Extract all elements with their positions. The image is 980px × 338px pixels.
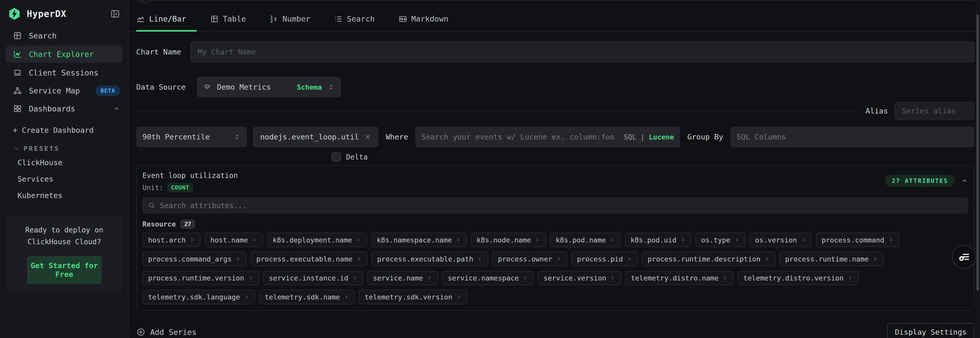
- add-series-button[interactable]: Add Series: [136, 327, 197, 337]
- attribute-chip-host-arch[interactable]: host.arch: [142, 233, 200, 247]
- attribute-chip-process-runtime-description[interactable]: process.runtime.description: [642, 252, 775, 266]
- chevron-right-icon: [609, 237, 615, 243]
- chevron-right-icon: [344, 294, 349, 300]
- group-by-label: Group By: [686, 127, 724, 147]
- plus-circle-icon: [136, 327, 145, 337]
- tab-label: Markdown: [411, 14, 449, 23]
- attribute-chip-telemetry-distro-name[interactable]: telemetry.distro.name: [625, 271, 733, 285]
- presets-section-toggle[interactable]: PRESETS: [13, 145, 120, 152]
- grid-search-icon: [13, 31, 22, 40]
- data-source-row: Data Source Demo Metrics Schema: [136, 77, 974, 97]
- chevron-right-icon: [556, 256, 562, 262]
- resource-group-label: Resource: [142, 220, 176, 228]
- chart-name-input[interactable]: [191, 41, 974, 62]
- chevron-right-icon: [847, 275, 853, 281]
- group-by-box: [730, 127, 974, 147]
- attribute-search-input[interactable]: [160, 202, 963, 210]
- tab-number[interactable]: 123Number: [270, 13, 315, 31]
- lucene-toggle-label[interactable]: Lucene: [649, 133, 674, 141]
- attribute-chip-label: os.version: [755, 236, 797, 244]
- get-started-button[interactable]: Get Started for Free: [27, 256, 102, 284]
- attribute-chip-label: telemetry.distro.name: [631, 274, 719, 282]
- attribute-chip-service-version[interactable]: service.version: [538, 271, 621, 285]
- chevron-right-icon: [888, 237, 894, 243]
- chart-name-row: Chart Name: [136, 41, 974, 62]
- attribute-chip-os-version[interactable]: os.version: [749, 233, 812, 247]
- sidebar-item-search[interactable]: Search: [0, 27, 128, 45]
- attribute-chip-k8s-namespace-name[interactable]: k8s.namespace.name: [371, 233, 467, 247]
- delta-label: Delta: [346, 153, 368, 161]
- attribute-chip-os-type[interactable]: os.type: [695, 233, 745, 247]
- unit-row: Unit: COUNT: [142, 183, 238, 192]
- chevron-right-icon: [189, 237, 195, 243]
- attribute-chip-telemetry-sdk-name[interactable]: telemetry.sdk.name: [259, 290, 355, 304]
- aggregation-select[interactable]: 90th Percentile: [136, 127, 247, 147]
- tab-label: Search: [347, 14, 375, 23]
- unit-badge: COUNT: [167, 183, 193, 192]
- sidebar-item-service-map[interactable]: Service MapBETA: [0, 82, 128, 100]
- attribute-chip-k8s-pod-name[interactable]: k8s.pod.name: [550, 233, 620, 247]
- attribute-chip-process-command-args[interactable]: process.command_args: [142, 252, 247, 266]
- sidebar-item-chart-explorer[interactable]: Chart Explorer: [6, 46, 123, 63]
- attribute-chip-label: process.command: [822, 236, 885, 244]
- hyperdx-logo-icon: [8, 7, 21, 21]
- collapse-panel-icon[interactable]: [961, 177, 968, 184]
- alias-input[interactable]: [895, 102, 974, 120]
- tab-line-bar[interactable]: Line/Bar: [136, 13, 191, 31]
- attribute-chip-label: k8s.node.name: [477, 236, 531, 244]
- attribute-chip-process-command[interactable]: process.command: [816, 233, 899, 247]
- event-list-floating-button[interactable]: [952, 244, 977, 269]
- scrollbar-thumb[interactable]: [977, 14, 979, 290]
- query-language-toggle[interactable]: SQL | Lucene: [624, 133, 674, 141]
- delta-checkbox[interactable]: [332, 152, 341, 162]
- remove-metric-icon[interactable]: [364, 133, 371, 141]
- tab-table[interactable]: Table: [210, 13, 251, 31]
- attribute-chip-host-name[interactable]: host.name: [205, 233, 263, 247]
- where-search-input[interactable]: [422, 133, 620, 141]
- schema-link[interactable]: Schema: [297, 83, 322, 91]
- preset-item-kubernetes[interactable]: Kubernetes: [0, 187, 128, 204]
- tab-search[interactable]: Search: [334, 13, 380, 31]
- attribute-chip-telemetry-sdk-version[interactable]: telemetry.sdk.version: [359, 290, 467, 304]
- attribute-chip-service-instance-id[interactable]: service.instance.id: [263, 271, 363, 285]
- promo-text: Ready to deploy on ClickHouse Cloud?: [14, 224, 115, 248]
- attribute-chip-process-executable-name[interactable]: process.executable.name: [251, 252, 368, 266]
- attribute-chip-process-owner[interactable]: process.owner: [492, 252, 567, 266]
- scrollbar-track: [975, 0, 980, 338]
- aggregation-value: 90th Percentile: [142, 133, 228, 141]
- attribute-chip-process-runtime-name[interactable]: process.runtime.name: [780, 252, 884, 266]
- clipped-icon-fragment: [142, 0, 150, 3]
- delta-row: Delta: [332, 152, 974, 162]
- attribute-chip-process-pid[interactable]: process.pid: [571, 252, 638, 266]
- sql-toggle-label[interactable]: SQL: [624, 133, 636, 141]
- group-by-input[interactable]: [737, 133, 968, 141]
- attribute-chip-telemetry-sdk-language[interactable]: telemetry.sdk.language: [142, 290, 255, 304]
- sidebar-item-client-sessions[interactable]: Client Sessions: [0, 64, 128, 82]
- collapse-sidebar-icon[interactable]: [110, 9, 120, 19]
- chevron-right-icon: [522, 275, 528, 281]
- metric-field-chip[interactable]: nodejs.event_loop.util: [253, 127, 379, 147]
- attribute-chip-k8s-pod-uid[interactable]: k8s.pod.uid: [625, 233, 692, 247]
- select-updown-icon: [328, 84, 335, 90]
- attribute-chip-process-executable-path[interactable]: process.executable.path: [371, 252, 488, 266]
- attribute-chip-telemetry-distro-version[interactable]: telemetry.distro.version: [738, 271, 858, 285]
- attribute-chip-k8s-deployment-name[interactable]: k8s.deployment.name: [267, 233, 367, 247]
- preset-item-clickhouse[interactable]: ClickHouse: [0, 154, 128, 171]
- chevron-right-icon: [535, 237, 540, 243]
- attribute-chip-label: k8s.namespace.name: [377, 236, 452, 244]
- preset-item-services[interactable]: Services: [0, 171, 128, 187]
- attribute-chip-k8s-node-name[interactable]: k8s.node.name: [471, 233, 546, 247]
- sidebar-item-dashboards[interactable]: Dashboards: [0, 100, 128, 117]
- create-dashboard-button[interactable]: + Create Dashboard: [13, 126, 120, 135]
- data-source-select[interactable]: Demo Metrics Schema: [197, 77, 341, 97]
- chevron-right-icon: [680, 237, 686, 243]
- attribute-chip-service-name[interactable]: service.name: [368, 271, 438, 285]
- chevron-right-icon: [610, 275, 616, 281]
- attribute-chip-label: telemetry.sdk.language: [148, 293, 240, 301]
- attribute-chip-process-runtime-version[interactable]: process.runtime.version: [142, 271, 259, 285]
- chevron-right-icon: [627, 256, 632, 262]
- attribute-chip-service-namespace[interactable]: service.namespace: [442, 271, 534, 285]
- chevron-right-icon: [734, 237, 740, 243]
- display-settings-button[interactable]: Display Settings: [887, 323, 974, 338]
- tab-markdown[interactable]: Markdown: [398, 13, 454, 31]
